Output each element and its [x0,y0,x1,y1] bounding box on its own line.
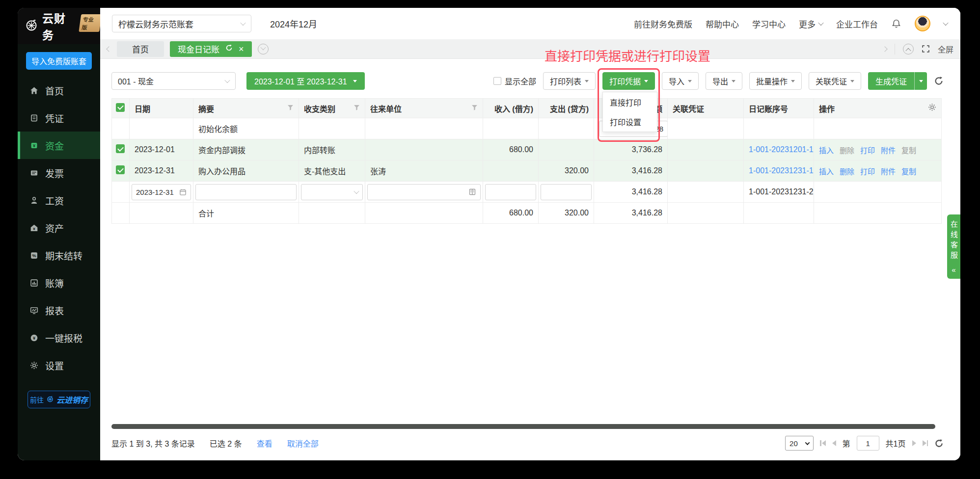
chevron-right-icon[interactable] [882,46,887,52]
page-number-input[interactable] [857,436,879,451]
last-page-button[interactable] [923,440,928,446]
selected-info: 已选 2 条 [210,437,242,449]
filter-icon[interactable] [287,104,294,113]
sidebar-item-voucher[interactable]: 凭证 [18,104,100,132]
account-set-select[interactable]: 柠檬云财务示范账套 [112,15,251,32]
sidebar-item-home[interactable]: 首页 [18,77,100,104]
fullscreen-icon[interactable] [922,45,930,53]
attachment-action[interactable]: 附件 [881,166,896,176]
fullscreen-label[interactable]: 全屏 [938,43,953,55]
prev-page-button[interactable] [832,440,836,446]
generate-voucher-caret[interactable] [914,72,927,90]
date-range-button[interactable]: 2023-12-01 至 2023-12-31 [246,72,365,90]
link-voucher-button[interactable]: 关联凭证 [809,72,861,90]
batch-operations-button[interactable]: 批量操作 [749,72,802,90]
sidebar-item-label: 一键报税 [45,331,82,345]
insert-action[interactable]: 插入 [819,145,834,155]
print-list-button[interactable]: 打印列表 [543,72,596,90]
filter-icon[interactable] [471,104,478,113]
delete-action[interactable]: 删除 [840,166,854,176]
nav-help-center[interactable]: 帮助中心 [706,18,739,30]
caret-down-icon [732,80,735,82]
page-size-select[interactable]: 20 [785,436,814,451]
refresh-icon[interactable] [934,76,944,86]
user-avatar[interactable] [915,16,930,31]
sidebar-item-books[interactable]: 账簿 [18,269,100,296]
horizontal-scrollbar[interactable] [111,424,935,429]
total-row: 合计 680.00 320.00 3,416.28 [112,203,942,224]
sidebar-item-label: 凭证 [45,111,64,125]
print-action[interactable]: 打印 [860,145,875,155]
menu-item-print-settings[interactable]: 打印设置 [603,112,657,132]
attachment-action[interactable]: 附件 [881,145,896,155]
entry-category-select[interactable] [301,184,363,200]
entry-income-input[interactable] [485,184,536,200]
notification-bell-icon[interactable] [891,19,901,29]
tab-list-chevron-icon[interactable] [258,44,269,54]
import-free-account-button[interactable]: 导入免费版账套 [26,52,92,70]
delete-action[interactable]: 删除 [840,145,854,155]
sidebar-item-label: 报表 [45,304,64,317]
sidebar-item-assets[interactable]: ¥ 资产 [18,214,100,241]
caret-down-icon [585,80,589,82]
tab-home[interactable]: 首页 [117,41,164,57]
entry-expense-input[interactable] [541,184,592,200]
select-all-checkbox[interactable] [116,103,125,112]
pagination: 20 第 共1页 [785,436,944,451]
entry-summary-input[interactable] [195,184,297,200]
print-action[interactable]: 打印 [860,166,875,176]
chevron-down-icon[interactable] [943,20,948,26]
col-journal-no: 日记账序号 [744,99,814,118]
show-all-checkbox[interactable] [493,77,501,85]
sidebar-item-salary[interactable]: 工资 [18,186,100,214]
collapse-up-icon[interactable] [903,44,914,54]
print-voucher-button[interactable]: 打印凭据 [602,72,655,90]
nav-free-version[interactable]: 前往财务免费版 [634,18,692,30]
home-icon [29,86,39,95]
entry-date-input[interactable]: 2023-12-31 [132,184,191,200]
chevron-left-icon[interactable] [106,46,111,52]
copy-action[interactable]: 复制 [901,145,916,155]
total-label: 合计 [193,203,299,224]
cash-account-select[interactable]: 001 - 现金 [111,72,236,90]
nav-more[interactable]: 更多 [799,18,823,30]
refresh-icon[interactable] [934,439,944,448]
cancel-all-link[interactable]: 取消全部 [287,437,319,449]
tab-cash-journal[interactable]: 现金日记账 × [170,41,252,57]
sidebar-item-funds[interactable]: ¥ 资金 [18,132,100,159]
column-settings-gear-icon[interactable] [928,103,936,113]
next-page-button[interactable] [912,440,916,446]
contacts-book-icon[interactable] [468,188,476,196]
view-selected-link[interactable]: 查看 [257,437,272,449]
export-button[interactable]: 导出 [706,72,742,90]
first-page-button[interactable] [820,440,826,446]
sidebar-item-reports[interactable]: 报表 [18,296,100,324]
table-row: 2023-12-01 资金内部调拨 内部转账 680.00 3,736.28 1… [112,139,942,160]
sidebar-item-invoice[interactable]: 发票 [18,159,100,186]
row-checkbox[interactable] [116,144,125,153]
filter-icon[interactable] [354,104,360,113]
journal-no-link[interactable]: 1-001-20231201-1 [749,145,814,154]
total-balance: 3,416.28 [594,203,668,224]
sidebar-item-settings[interactable]: 设置 [18,351,100,379]
menu-item-direct-print[interactable]: 直接打印 [603,92,657,112]
nav-more-label: 更多 [799,18,816,30]
refresh-icon[interactable] [225,44,233,54]
entry-counterparty-input[interactable] [367,184,481,200]
generate-voucher-button[interactable]: 生成凭证 [868,72,914,90]
copy-action[interactable]: 复制 [901,166,916,176]
reports-icon [29,306,39,315]
journal-no-link[interactable]: 1-001-20231231-1 [749,166,814,175]
insert-action[interactable]: 插入 [819,166,834,176]
goto-inventory-button[interactable]: 前往 云进销存 [27,391,90,408]
sidebar-item-tax-filing[interactable]: ¥ 一键报税 [18,324,100,351]
nav-learning-center[interactable]: 学习中心 [752,18,786,30]
sidebar-item-label: 发票 [45,166,64,180]
online-support-tab[interactable]: 在线客服 « [947,214,960,279]
import-button[interactable]: 导入 [662,72,699,90]
nav-workspace[interactable]: 企业工作台 [836,18,878,30]
sidebar-item-period-closing[interactable]: % 期末结转 [18,241,100,269]
close-icon[interactable]: × [239,45,244,53]
row-checkbox[interactable] [116,165,125,174]
lemon-small-icon [46,395,54,404]
